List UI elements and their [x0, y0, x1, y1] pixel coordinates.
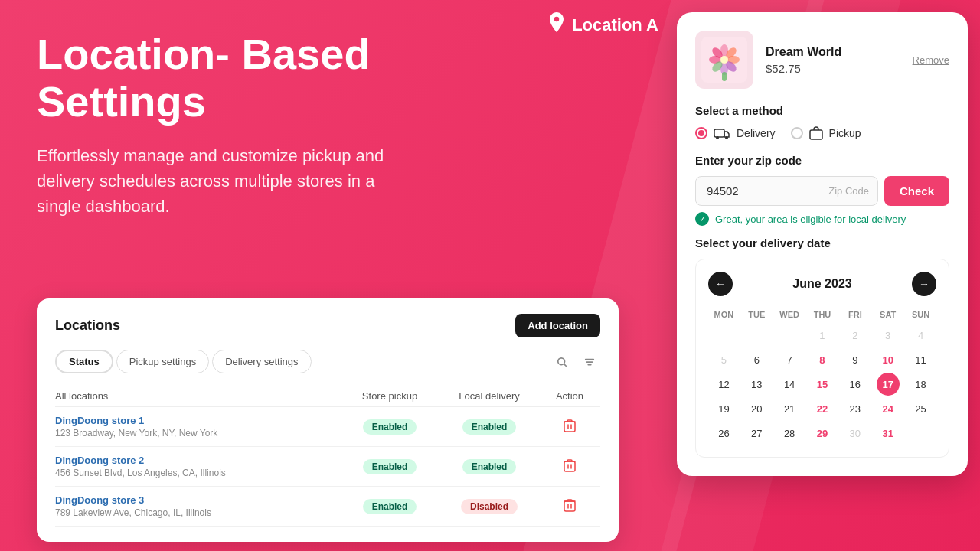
zip-row: Zip Code Check	[695, 176, 949, 206]
cal-day[interactable]: 23	[844, 397, 867, 420]
method-row: Delivery Pickup	[695, 126, 949, 140]
cal-day[interactable]: 12	[712, 373, 735, 396]
cal-day[interactable]: 9	[844, 348, 867, 371]
day-header-mon: MON	[708, 307, 740, 322]
svg-rect-1	[564, 422, 575, 432]
svg-rect-3	[564, 501, 575, 511]
search-icon[interactable]	[551, 351, 573, 373]
delete-action-2[interactable]	[539, 458, 600, 475]
hero-subtitle: Effortlessly manage and customize pickup…	[37, 143, 404, 219]
cal-day[interactable]: 31	[877, 422, 900, 445]
store-info-2: DingDoong store 2 456 Sunset Blvd, Los A…	[55, 455, 340, 478]
cal-day[interactable]: 29	[811, 422, 834, 445]
cal-day[interactable]: 11	[910, 348, 933, 371]
tab-delivery-settings[interactable]: Delivery settings	[212, 350, 311, 373]
cal-day[interactable]: 3	[877, 324, 900, 347]
cal-day	[778, 324, 801, 347]
tab-pickup-settings[interactable]: Pickup settings	[116, 350, 209, 373]
table-row: DingDoong store 3 789 Lakeview Ave, Chic…	[55, 487, 600, 527]
cal-day[interactable]: 10	[877, 348, 900, 371]
filter-icon[interactable]	[579, 351, 600, 373]
cal-day[interactable]: 4	[910, 324, 933, 347]
tab-status[interactable]: Status	[55, 350, 113, 373]
delete-action-3[interactable]	[539, 498, 600, 515]
store-pickup-badge-1: Enabled	[340, 419, 439, 435]
cal-day[interactable]: 1	[811, 324, 834, 347]
cal-day	[910, 422, 933, 445]
hero-title: Location- Based Settings	[37, 31, 435, 125]
cal-day[interactable]: 15	[811, 373, 834, 396]
cal-day[interactable]: 25	[910, 397, 933, 420]
store-info-3: DingDoong store 3 789 Lakeview Ave, Chic…	[55, 494, 340, 518]
pickup-option[interactable]: Pickup	[791, 126, 861, 140]
cal-day[interactable]: 18	[910, 373, 933, 396]
remove-link[interactable]: Remove	[913, 54, 949, 66]
cal-day[interactable]: 7	[778, 348, 801, 371]
cal-day[interactable]: 14	[778, 373, 801, 396]
cal-day[interactable]: 13	[745, 373, 768, 396]
check-button[interactable]: Check	[884, 176, 949, 206]
product-info: Dream World $52.75	[766, 45, 900, 75]
day-header-tue: TUE	[741, 307, 773, 322]
tabs-icons	[551, 351, 600, 373]
product-price: $52.75	[766, 62, 900, 75]
calendar-section: Select your delivery date ← June 2023 → …	[695, 236, 949, 458]
cal-day[interactable]: 6	[745, 348, 768, 371]
table-row: DingDoong store 1 123 Broadway, New York…	[55, 407, 600, 447]
add-location-button[interactable]: Add location	[515, 314, 600, 337]
delete-icon-2[interactable]	[564, 458, 576, 475]
store-pickup-badge-3: Enabled	[340, 499, 439, 514]
store-name-2[interactable]: DingDoong store 2	[55, 455, 340, 466]
cal-day[interactable]: 24	[877, 397, 900, 420]
day-header-wed: WED	[774, 307, 805, 322]
calendar-next-button[interactable]: →	[912, 272, 936, 296]
store-name-1[interactable]: DingDoong store 1	[55, 415, 340, 426]
store-address-1: 123 Broadway, New York, NY, New York	[55, 428, 340, 439]
cal-day[interactable]: 2	[844, 324, 867, 347]
cal-day[interactable]: 28	[778, 422, 801, 445]
calendar-nav: ← June 2023 →	[708, 272, 936, 296]
svg-rect-19	[810, 130, 822, 139]
store-pickup-badge-2: Enabled	[340, 459, 439, 474]
cal-day[interactable]: 27	[745, 422, 768, 445]
delete-icon-3[interactable]	[564, 498, 576, 515]
calendar-month: June 2023	[792, 277, 851, 291]
success-text: Great, your area is eligible for local d…	[715, 214, 906, 225]
table-header: All locations Store pickup Local deliver…	[55, 386, 600, 407]
pickup-label: Pickup	[829, 127, 861, 139]
cart-delivery-panel: Dream World $52.75 Remove Select a metho…	[677, 12, 968, 476]
pickup-radio[interactable]	[791, 127, 803, 139]
cal-day[interactable]: 8	[811, 348, 834, 371]
product-image	[695, 31, 753, 89]
delete-icon-1[interactable]	[564, 419, 576, 435]
cal-day-today[interactable]: 17	[877, 373, 900, 396]
cal-day[interactable]: 20	[745, 397, 768, 420]
cal-day[interactable]: 26	[712, 422, 735, 445]
success-message: ✓ Great, your area is eligible for local…	[695, 212, 949, 226]
svg-point-14	[720, 56, 728, 64]
col-store-pickup: Store pickup	[340, 390, 439, 402]
delivery-label: Delivery	[737, 127, 776, 139]
method-section: Select a method Delivery Pickup	[695, 104, 949, 140]
locations-panel: Locations Add location Status Pickup set…	[37, 298, 619, 542]
table-row: DingDoong store 2 456 Sunset Blvd, Los A…	[55, 447, 600, 487]
cal-day[interactable]: 22	[811, 397, 834, 420]
delivery-radio[interactable]	[695, 127, 707, 139]
local-delivery-badge-1: Enabled	[439, 419, 539, 435]
cal-day[interactable]: 30	[844, 422, 867, 445]
store-name-3[interactable]: DingDoong store 3	[55, 494, 340, 506]
cal-day[interactable]: 16	[844, 373, 867, 396]
svg-rect-2	[564, 461, 575, 471]
store-address-3: 789 Lakeview Ave, Chicago, IL, Illinois	[55, 507, 340, 518]
delete-action-1[interactable]	[539, 419, 600, 435]
location-header: Location A	[547, 12, 658, 38]
cal-day[interactable]: 19	[712, 397, 735, 420]
locations-panel-title: Locations	[55, 318, 120, 334]
zip-input[interactable]	[695, 176, 878, 206]
delivery-option[interactable]: Delivery	[695, 126, 776, 140]
method-label: Select a method	[695, 104, 949, 117]
calendar-prev-button[interactable]: ←	[708, 272, 733, 296]
tabs-row: Status Pickup settings Delivery settings	[55, 350, 600, 373]
cal-day[interactable]: 21	[778, 397, 801, 420]
cal-day[interactable]: 5	[712, 348, 735, 371]
